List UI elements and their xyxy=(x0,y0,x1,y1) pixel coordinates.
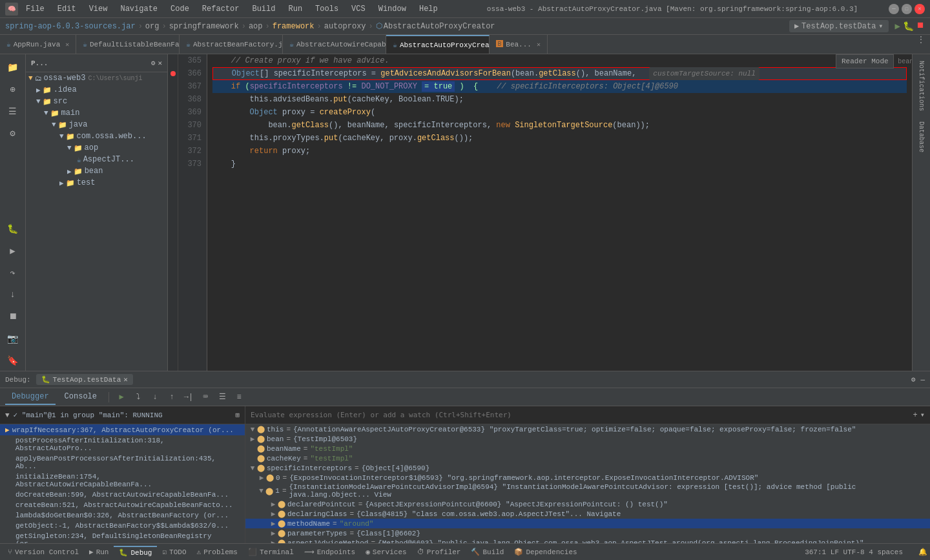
thread-filter[interactable]: ⊞ xyxy=(235,411,240,419)
bottom-tab-problems[interactable]: ⚠ Problems xyxy=(192,546,243,558)
menu-help[interactable]: Help xyxy=(417,3,440,15)
stack-frame-7[interactable]: getObject:-1, AbstractBeanFactory$$Lambd… xyxy=(0,521,245,531)
breadcrumb-part[interactable]: AbstractAutoProxyCreator xyxy=(384,22,495,31)
minimize-button[interactable]: — xyxy=(889,4,899,14)
tree-project[interactable]: ▼ 🗂 ossa-web3 C:\Users\sunji xyxy=(26,72,167,84)
tree-idea[interactable]: ▶ 📁 .idea xyxy=(26,84,167,96)
tree-src[interactable]: ▼ 📁 src xyxy=(26,96,167,107)
tree-aop[interactable]: ▼ 📁 aop xyxy=(26,142,167,154)
tree-close[interactable]: ✕ xyxy=(158,59,162,67)
stack-frame-2[interactable]: applyBeanPostProcessorsAfterInitializati… xyxy=(0,453,245,472)
bottom-tab-terminal[interactable]: ⬛ Terminal xyxy=(243,546,299,558)
menu-refactor[interactable]: Refactor xyxy=(200,3,242,15)
menu-run[interactable]: Run xyxy=(285,3,305,15)
notifications-badge[interactable]: 🔔 xyxy=(918,548,927,556)
run-button[interactable]: ▶ xyxy=(895,21,900,32)
var-declaredpointcut[interactable]: ▶ ⬤ declaredPointcut = {AspectJExpressio… xyxy=(245,499,930,509)
breakpoint-dot[interactable] xyxy=(170,71,176,76)
step-over-icon[interactable]: ↷ xyxy=(3,262,23,283)
var-beanname[interactable]: ⬤ beanName = "testImpl" xyxy=(245,444,930,453)
debug-settings[interactable]: ⚙ xyxy=(911,375,916,384)
resume-button[interactable]: ▶ xyxy=(114,390,129,404)
breadcrumb-part[interactable]: spring-aop-6.0.3-sources.jar xyxy=(5,22,136,31)
bottom-tab-debug[interactable]: 🐛 Debug xyxy=(114,546,157,558)
tab-close[interactable]: ✕ xyxy=(65,41,69,48)
bottom-tab-build[interactable]: 🔨 Build xyxy=(466,546,509,558)
tab-defaultlistable[interactable]: ☕ DefaultListableBeanFactory.java ✕ xyxy=(76,35,180,54)
threads-btn[interactable]: ≡ xyxy=(232,390,246,404)
breadcrumb-part[interactable]: autoproxy xyxy=(324,22,366,31)
debug-button[interactable]: 🐛 xyxy=(903,21,914,32)
step-into-icon[interactable]: ↓ xyxy=(3,284,23,305)
evaluate-btn[interactable]: ⌨ xyxy=(198,390,212,404)
stop-side-icon[interactable]: ⏹ xyxy=(3,306,23,327)
reader-mode-panel[interactable]: Reader Mode bean: testImpl@... xyxy=(836,54,894,68)
filter-icon[interactable]: ▼ xyxy=(5,411,10,419)
settings-icon[interactable]: ⚙ xyxy=(3,123,23,143)
bottom-tab-run[interactable]: ▶ Run xyxy=(84,546,114,558)
project-icon[interactable]: 📁 xyxy=(3,57,23,78)
bottom-tab-endpoints[interactable]: ⟿ Endpoints xyxy=(299,546,360,558)
bottom-tab-profiler[interactable]: ⏱ Profiler xyxy=(412,546,466,558)
tree-test[interactable]: ▶ 📁 test xyxy=(26,177,167,189)
frames-btn[interactable]: ☰ xyxy=(215,390,229,404)
tree-com[interactable]: ▼ 📁 com.ossa.web... xyxy=(26,130,167,142)
var-specificinterceptors[interactable]: ▼ ⬤ specificInterceptors = {Object[4]@65… xyxy=(245,463,930,473)
console-tab[interactable]: Console xyxy=(58,389,103,405)
maximize-button[interactable]: ☐ xyxy=(902,4,912,14)
var-cachekey[interactable]: ⬤ cacheKey = "testImpl" xyxy=(245,453,930,463)
tree-main[interactable]: ▼ 📁 main xyxy=(26,107,167,119)
evaluate-input[interactable] xyxy=(251,411,908,419)
menu-build[interactable]: Build xyxy=(249,3,278,15)
close-button[interactable]: ✕ xyxy=(914,4,925,14)
add-watch-btn[interactable]: + xyxy=(913,411,918,420)
var-0[interactable]: ▶ ⬤ 0 = {ExposeInvocationInterceptor$1@6… xyxy=(245,473,930,482)
debug-session[interactable]: 🐛 TestAop.testData ✕ xyxy=(36,374,133,385)
step-into-btn[interactable]: ↓ xyxy=(148,390,162,404)
bottom-tab-todo[interactable]: ☑ TODO xyxy=(157,546,191,558)
run-side-icon[interactable]: ▶ xyxy=(3,240,23,261)
tab-menu-button[interactable]: ⋮ xyxy=(912,35,930,54)
menu-tools[interactable]: Tools xyxy=(313,3,341,15)
debugger-tab[interactable]: Debugger xyxy=(5,389,56,405)
tab-abstractbean[interactable]: ☕ AbstractBeanFactory.java ✕ xyxy=(180,35,283,54)
run-to-cursor-btn[interactable]: →| xyxy=(181,390,196,404)
bottom-tab-deps[interactable]: 📦 Dependencies xyxy=(509,546,582,558)
var-parametertypes[interactable]: ▶ ⬤ parameterTypes = {Class[1]@6602} xyxy=(245,528,930,538)
debug-collapse[interactable]: — xyxy=(920,376,925,384)
tab-apprun[interactable]: ☕ AppRun.java ✕ xyxy=(0,35,76,54)
menu-navigate[interactable]: Navigate xyxy=(118,3,160,15)
menu-edit[interactable]: Edit xyxy=(55,3,79,15)
stack-frame-0[interactable]: ▶ wrapIfNecessary:367, AbstractAutoProxy… xyxy=(0,424,245,435)
stack-frame-6[interactable]: lambda$doGetBean$0:326, AbstractBeanFact… xyxy=(0,510,245,521)
bottom-tab-vc[interactable]: ⑂ Version Control xyxy=(3,546,84,558)
var-aspectjadvicemethod[interactable]: ▶ ⬤ aspectJAdviceMethod = {Method@6603} … xyxy=(245,538,930,543)
menu-view[interactable]: View xyxy=(87,3,110,15)
var-declaringclass[interactable]: ▶ ⬤ declaringClass = {Class@4815} "class… xyxy=(245,509,930,519)
menu-file[interactable]: File xyxy=(23,3,47,15)
stack-frame-5[interactable]: createBean:521, AbstractAutowireCapableB… xyxy=(0,500,245,510)
menu-code[interactable]: Code xyxy=(168,3,192,15)
notifications-icon[interactable]: Notifications xyxy=(911,57,931,115)
breadcrumb-part[interactable]: aop xyxy=(249,22,263,31)
var-1[interactable]: ▼ ⬤ 1 = {InstantiationModelAwarePointcut… xyxy=(245,482,930,499)
menu-vcs[interactable]: VCS xyxy=(349,3,368,15)
var-methodname[interactable]: ▶ ⬤ methodName = "around" xyxy=(245,519,930,528)
stack-frame-1[interactable]: postProcessAfterInitialization:318, Abst… xyxy=(0,435,245,453)
breadcrumb-part[interactable]: framework xyxy=(273,22,315,31)
breadcrumb-part[interactable]: org xyxy=(145,22,160,31)
tree-bean[interactable]: ▶ 📁 bean xyxy=(26,165,167,177)
eval-dropdown[interactable]: ▾ xyxy=(920,410,925,420)
stack-frame-8[interactable]: getSingleton:234, DefaultSingletonBeanRe… xyxy=(0,531,245,543)
tab-abstractautoproxy[interactable]: ☕ AbstractAutoProxyCreator.java ✕ xyxy=(386,35,490,54)
camera-icon[interactable]: 📷 xyxy=(3,328,23,349)
menu-window[interactable]: Window xyxy=(376,3,409,15)
tree-java[interactable]: ▼ 📁 java xyxy=(26,119,167,130)
database-icon[interactable]: Database xyxy=(911,118,931,156)
structure-icon[interactable]: ☰ xyxy=(3,101,23,121)
tree-options[interactable]: ⚙ xyxy=(151,59,156,67)
breadcrumb-part[interactable]: springframework xyxy=(169,22,239,31)
debug-side-icon[interactable]: 🐛 xyxy=(3,218,23,239)
run-config[interactable]: ▶ TestAop.testData ▾ xyxy=(789,20,889,32)
breadcrumb-part[interactable]: ⬡ xyxy=(376,21,382,31)
